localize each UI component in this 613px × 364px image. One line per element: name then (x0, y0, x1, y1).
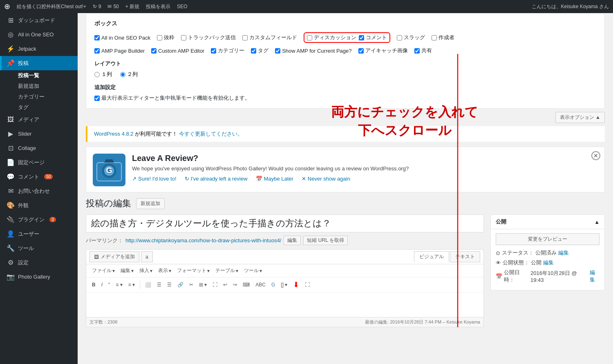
checkbox-comments[interactable]: コメント (359, 34, 387, 41)
permalink-edit-button[interactable]: 編集 (284, 236, 301, 245)
fullscreen-button[interactable]: ⛶ (210, 281, 220, 289)
post-title-input[interactable] (86, 214, 484, 232)
wp-logo-icon[interactable]: ⊕ (4, 2, 10, 11)
sidebar-sub-new-post[interactable]: 新規追加 (0, 81, 78, 92)
updates-count[interactable]: ↻ 9 (93, 4, 101, 9)
new-post-button[interactable]: 新規追加 (136, 198, 165, 209)
wp-version-link[interactable]: WordPress 4.8.2 (94, 131, 134, 137)
sidebar-item-media[interactable]: 🖼 メディア (0, 113, 78, 127)
checkbox-featured-image[interactable]: アイキャッチ画像 (358, 47, 408, 54)
permalink-url[interactable]: http://www.chiptankoyama.com/how-to-draw… (125, 237, 281, 243)
format-menu[interactable]: フォーマット ▾ (175, 266, 212, 275)
sidebar-item-allinone-seo[interactable]: ◎ All in One SEO (0, 27, 78, 42)
seo-bar[interactable]: SEO (177, 4, 187, 9)
visibility-edit-link[interactable]: 編集 (543, 259, 554, 266)
amazon-button[interactable]: a (141, 251, 153, 262)
add-media-button[interactable]: 🖼 メディアを追加 (89, 251, 139, 262)
sidebar-item-slider[interactable]: ▶ Slider (0, 127, 78, 141)
quote-button[interactable]: " (106, 281, 112, 289)
radio-1col[interactable]: １列 (94, 71, 112, 78)
new-post-bar[interactable]: + 新規 (125, 3, 139, 10)
status-edit-link[interactable]: 編集 (558, 249, 569, 257)
review-link-love[interactable]: ↗ Sure! I'd love to! (132, 176, 177, 182)
checkbox-extra[interactable]: 最大行表示エディターと集中執筆モード機能を有効化します。 (94, 94, 596, 102)
view-posts-bar[interactable]: 投稿を表示 (146, 3, 170, 10)
file-menu[interactable]: ファイル ▾ (89, 266, 117, 275)
sidebar-item-comments[interactable]: 💬 コメント 50 (0, 170, 78, 184)
checkbox-tags[interactable]: タグ (251, 47, 268, 54)
checkbox-excerpt[interactable]: 抜粋 (157, 34, 175, 41)
sidebar-item-photo-gallery[interactable]: 📷 Photo Gallery (0, 270, 78, 284)
checkbox-custom-amp[interactable]: Custom AMP Editor (151, 48, 204, 54)
short-url-button[interactable]: 短縮 URL を取得 (303, 236, 347, 245)
site-name[interactable]: 絵を描く口腔外科医Chest out!+ (17, 3, 86, 10)
spell-check-button[interactable]: ABC (253, 281, 268, 289)
unlink-button[interactable]: ✂ (187, 281, 196, 289)
visual-tab[interactable]: ビジュアル (414, 251, 449, 262)
table-menu[interactable]: テーブル ▾ (213, 266, 241, 275)
word-count: 文字数：2308 (89, 319, 117, 325)
sidebar-item-collage[interactable]: ⊡ Collage (0, 141, 78, 155)
redo-button[interactable]: ↪ (230, 281, 239, 289)
bracket-button[interactable]: [] ▾ (278, 281, 290, 289)
expand-button[interactable]: ⛶ (302, 281, 312, 289)
visibility-value: 公開 (531, 259, 541, 266)
view-menu[interactable]: 表示 ▾ (156, 266, 174, 275)
checkbox-amp-builder[interactable]: AMP Page Builder (94, 48, 145, 54)
italic-button[interactable]: I (99, 281, 105, 289)
publish-panel-collapse[interactable]: ▲ (594, 219, 600, 225)
checkbox-category[interactable]: カテゴリー (211, 47, 244, 54)
sidebar-item-jetpack[interactable]: ⚡ Jetpack (0, 42, 78, 56)
align-right-button[interactable]: ☰ (165, 281, 174, 289)
sidebar-label-tools: ツール (18, 245, 34, 252)
review-link-never[interactable]: ✕ Never show again (302, 176, 350, 182)
insert-menu[interactable]: 挿入 ▾ (137, 266, 155, 275)
checkbox-custom-fields[interactable]: カスタムフィールド (242, 34, 297, 41)
status-value: 公開済み (535, 249, 557, 257)
link-button[interactable]: 🔗 (175, 281, 186, 289)
review-close-button[interactable]: ✕ (591, 151, 600, 160)
text-tab[interactable]: テキスト (450, 251, 480, 262)
checkbox-author[interactable]: 作成者 (432, 34, 454, 41)
review-link-already[interactable]: ↻ I've already left a review (185, 176, 248, 182)
list-ul-button[interactable]: ≡ ▾ (113, 281, 125, 289)
checkbox-allinone-seo[interactable]: All in One SEO Pack (94, 35, 150, 41)
sidebar-sub-posts-list[interactable]: 投稿一覧 (0, 70, 78, 81)
undo-button[interactable]: ↩ (221, 281, 230, 289)
display-options-button[interactable]: 表示オプション ▲ (555, 112, 605, 123)
arrow-down-button[interactable]: ⬇ (291, 279, 302, 290)
checkbox-slug[interactable]: スラッグ (397, 34, 425, 41)
review-link-later[interactable]: 📅 Maybe Later (256, 176, 293, 182)
checkbox-share[interactable]: 共有 (414, 47, 432, 54)
sidebar-item-posts[interactable]: 📌 投稿 (0, 56, 78, 70)
sidebar-item-fixed-page[interactable]: 📄 固定ページ (0, 155, 78, 170)
sidebar-item-dashboard[interactable]: ⊞ ダッシュボード (0, 13, 78, 27)
sidebar-item-appearance[interactable]: 🎨 外観 (0, 198, 78, 212)
checkbox-trackback[interactable]: トラックバック送信 (181, 34, 236, 41)
date-edit-link[interactable]: 編集 (590, 269, 600, 284)
list-ol-button[interactable]: ≡ ▾ (126, 281, 137, 289)
bold-button[interactable]: B (89, 281, 98, 289)
slider-icon: ▶ (7, 130, 15, 138)
g-button[interactable]: G (269, 281, 277, 289)
editor-content-area[interactable] (86, 293, 483, 317)
sidebar-sub-categories[interactable]: カテゴリー (0, 92, 78, 102)
align-left-button[interactable]: ⬜ (143, 281, 154, 289)
sidebar-item-contact[interactable]: ✉ お問い合わせ (0, 184, 78, 198)
sidebar-item-settings[interactable]: ⚙ 設定 (0, 255, 78, 270)
wp-update-link[interactable]: 今すぐ更新してください。 (179, 131, 243, 137)
align-center-button[interactable]: ☰ (154, 281, 164, 289)
checkbox-discussion[interactable]: ディスカッション (307, 34, 356, 41)
preview-button[interactable]: 変更をプレビュー (496, 233, 600, 245)
edit-menu[interactable]: 編集 ▾ (118, 266, 136, 275)
checkbox-show-amp[interactable]: Show AMP for Current Page? (275, 48, 351, 54)
keyboard-button[interactable]: ⌨ (240, 281, 252, 289)
sidebar-item-users[interactable]: 👤 ユーザー (0, 227, 78, 241)
sidebar-item-tools[interactable]: 🔧 ツール (0, 241, 78, 255)
radio-2col[interactable]: ２列 (120, 71, 138, 78)
sidebar-sub-tags[interactable]: タグ (0, 102, 78, 113)
comments-count[interactable]: ✉ 50 (107, 4, 119, 9)
table-button[interactable]: ⊞ ▾ (197, 281, 209, 289)
sidebar-item-plugins[interactable]: 🔌 プラグイン 3 (0, 212, 78, 227)
tools-menu[interactable]: ツール ▾ (242, 266, 264, 275)
